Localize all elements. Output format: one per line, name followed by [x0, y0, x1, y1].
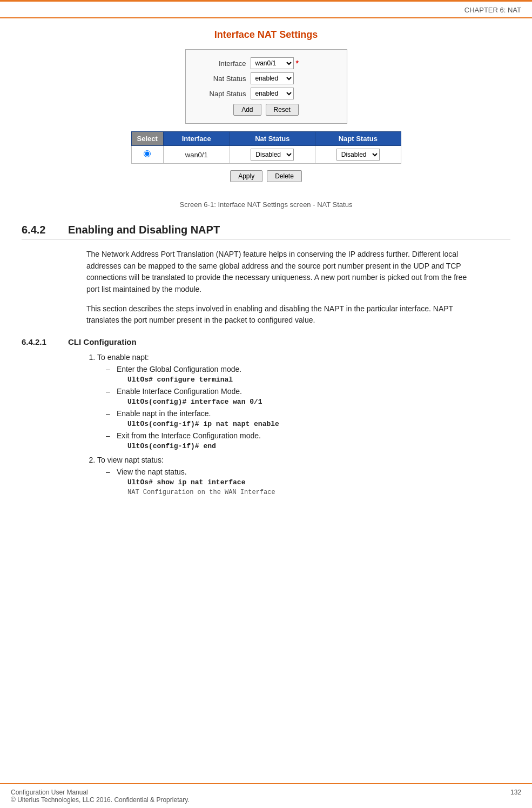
step-2: To view napt status: View the napt statu… [97, 456, 510, 496]
section-642-title: Enabling and Disabling NAPT [68, 224, 220, 236]
delete-button[interactable]: Delete [267, 170, 302, 182]
nat-form-box: Interface wan0/1 * Nat Status enabled di… [185, 49, 347, 124]
step-1-substeps: Enter the Global Configuration mode. Ult… [106, 365, 510, 450]
step-1-intro: To enable napt: [97, 353, 149, 362]
substep-1-2: Enable Interface Configuration Mode. Ult… [106, 387, 510, 406]
col-select: Select [131, 132, 163, 146]
top-accent-line [0, 0, 532, 2]
table-header-row: Select Interface Nat Status Napt Status [131, 132, 401, 146]
row-interface-cell: wan0/1 [163, 146, 230, 164]
row-nat-status-select[interactable]: Disabled Enabled [251, 149, 294, 161]
nat-settings-title: Interface NAT Settings [214, 29, 318, 41]
section-6421-number: 6.4.2.1 [22, 337, 59, 346]
add-button[interactable]: Add [233, 104, 261, 116]
napt-status-row: Napt Status enabled disabled [197, 88, 336, 99]
form-buttons: Add Reset [197, 104, 336, 116]
section-6421-heading: 6.4.2.1 CLI Configuration [22, 337, 510, 346]
nat-status-row: Nat Status enabled disabled [197, 72, 336, 84]
step-2-intro: To view napt status: [97, 456, 164, 464]
row-napt-status-cell[interactable]: Disabled Enabled [315, 146, 401, 164]
substep-2-1-text: View the napt status. [117, 468, 187, 476]
nat-status-label: Nat Status [197, 75, 251, 83]
substep-1-1: Enter the Global Configuration mode. Ult… [106, 365, 510, 384]
apply-button[interactable]: Apply [230, 170, 262, 182]
section-642-para-2: This section describes the steps involve… [86, 303, 475, 326]
row-napt-status-select[interactable]: Disabled Enabled [336, 149, 380, 161]
col-napt-status: Napt Status [315, 132, 401, 146]
interface-select[interactable]: wan0/1 [251, 57, 294, 69]
chapter-title: CHAPTER 6: NAT [464, 6, 521, 14]
substep-1-3-code: UltOs(config-if)# ip nat napt enable [127, 420, 510, 428]
row-radio[interactable] [144, 150, 151, 157]
col-interface: Interface [163, 132, 230, 146]
substep-1-2-code: UltOs(config)# interface wan 0/1 [127, 398, 510, 406]
nat-status-select[interactable]: enabled disabled [251, 72, 294, 84]
footer-left: Configuration User Manual © Ulterius Tec… [11, 789, 190, 804]
chapter-header: CHAPTER 6: NAT [0, 3, 532, 18]
footer-copyright: © Ulterius Technologies, LLC 2016. Confi… [11, 796, 190, 804]
screen-caption: Screen 6-1: Interface NAT Settings scree… [22, 201, 510, 209]
col-nat-status: Nat Status [230, 132, 315, 146]
substep-1-3: Enable napt in the interface. UltOs(conf… [106, 409, 510, 428]
napt-status-select[interactable]: enabled disabled [251, 88, 294, 99]
table-action-buttons: Apply Delete [230, 170, 302, 182]
page-footer: Configuration User Manual © Ulterius Tec… [0, 783, 532, 808]
substep-1-3-text: Enable napt in the interface. [117, 409, 211, 418]
substep-2-1: View the napt status. UltOs# show ip nat… [106, 468, 510, 496]
section-642-heading: 6.4.2 Enabling and Disabling NAPT [22, 224, 510, 240]
required-asterisk: * [296, 59, 299, 68]
cli-steps-list: To enable napt: Enter the Global Configu… [97, 353, 510, 496]
substep-1-2-text: Enable Interface Configuration Mode. [117, 387, 242, 396]
substep-1-4-text: Exit from the Interface Configuration mo… [117, 431, 261, 440]
footer-page-number: 132 [510, 789, 521, 804]
napt-status-label: Napt Status [197, 90, 251, 98]
section-6421-title: CLI Configuration [68, 337, 137, 346]
substep-1-1-code: UltOs# configure terminal [127, 376, 510, 384]
substep-1-4-code: UltOs(config-if)# end [127, 442, 510, 450]
footer-manual-title: Configuration User Manual [11, 789, 190, 796]
nat-settings-container: Interface NAT Settings Interface wan0/1 … [77, 29, 455, 188]
step-2-substeps: View the napt status. UltOs# show ip nat… [106, 468, 510, 496]
interface-row: Interface wan0/1 * [197, 57, 336, 69]
section-642-number: 6.4.2 [22, 224, 59, 236]
table-row: wan0/1 Disabled Enabled Disabled Enabled [131, 146, 401, 164]
row-select-cell[interactable] [131, 146, 163, 164]
nat-table: Select Interface Nat Status Napt Status … [131, 131, 401, 164]
reset-button[interactable]: Reset [266, 104, 299, 116]
substep-2-1-comment: NAT Configuration on the WAN Interface [127, 489, 510, 496]
substep-2-1-code: UltOs# show ip nat interface [127, 478, 510, 486]
step-1: To enable napt: Enter the Global Configu… [97, 353, 510, 450]
section-642-para-1: The Network Address Port Translation (NA… [86, 249, 475, 296]
interface-label: Interface [197, 59, 251, 68]
row-nat-status-cell[interactable]: Disabled Enabled [230, 146, 315, 164]
substep-1-4: Exit from the Interface Configuration mo… [106, 431, 510, 450]
substep-1-1-text: Enter the Global Configuration mode. [117, 365, 241, 373]
